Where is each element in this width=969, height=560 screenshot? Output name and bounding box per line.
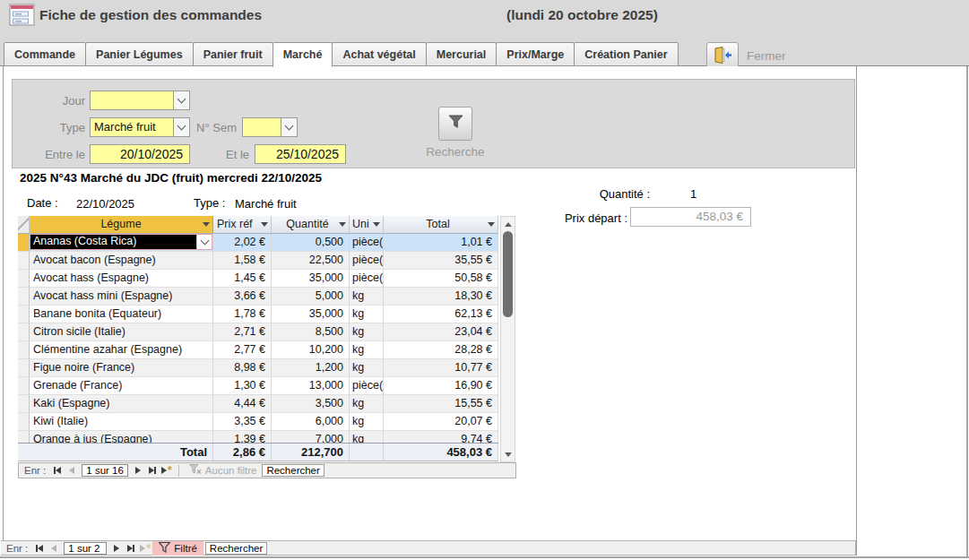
row-selector[interactable]: [18, 234, 30, 252]
legume-cell[interactable]: Kiwi (Italie): [30, 413, 213, 431]
table-row[interactable]: Avocat hass mini (Espagne)3,66 €5,000kg1…: [18, 288, 498, 306]
chevron-down-icon[interactable]: [488, 222, 495, 227]
price-cell[interactable]: 1,58 €: [213, 252, 272, 270]
table-row[interactable]: Avocat bacon (Espagne)1,58 €22,500pièce(…: [18, 252, 498, 270]
column-header-total[interactable]: Total: [384, 216, 498, 234]
jour-combobox[interactable]: [90, 90, 190, 110]
previous-record-button[interactable]: [65, 464, 79, 477]
table-row[interactable]: Avocat hass (Espagne)1,45 €35,000pièce(s…: [18, 270, 498, 288]
row-selector[interactable]: [18, 306, 30, 323]
unit-cell[interactable]: pièce(s): [350, 270, 384, 288]
unit-cell[interactable]: kg: [350, 306, 384, 323]
price-cell[interactable]: 4,44 €: [213, 395, 272, 413]
total-cell[interactable]: 20,07 €: [384, 413, 498, 431]
unit-cell[interactable]: pièce(s): [350, 252, 384, 270]
row-selector[interactable]: [18, 288, 30, 306]
price-cell[interactable]: 8,98 €: [213, 359, 272, 377]
total-cell[interactable]: 23,04 €: [384, 323, 498, 341]
mainform-search-input[interactable]: Rechercher: [205, 542, 267, 555]
tab-panier-legumes[interactable]: Panier Légumes: [85, 42, 194, 66]
row-selector[interactable]: [18, 431, 30, 443]
tab-prix-marge[interactable]: Prix/Marge: [496, 42, 575, 66]
total-cell[interactable]: 15,55 €: [384, 395, 498, 413]
table-row[interactable]: Citron sicile (Italie)2,71 €8,500kg23,04…: [18, 323, 498, 341]
legume-cell[interactable]: Grenade (France): [30, 377, 213, 395]
tab-achat-vegetal[interactable]: Achat végétal: [332, 42, 426, 66]
quantity-cell[interactable]: 35,000: [272, 270, 350, 288]
first-record-button[interactable]: [50, 464, 65, 477]
price-cell[interactable]: 2,02 €: [213, 234, 272, 252]
quantity-cell[interactable]: 7,000: [272, 431, 350, 443]
start-price-field[interactable]: 458,03 €: [630, 207, 751, 227]
row-selector[interactable]: [18, 270, 30, 288]
unit-cell[interactable]: kg: [350, 341, 384, 359]
table-row[interactable]: Figue noire (France)8,98 €1,200kg10,77 €: [18, 359, 498, 377]
legume-cell[interactable]: Avocat bacon (Espagne): [30, 252, 213, 270]
type-combobox[interactable]: Marché fruit: [90, 117, 190, 137]
legume-cell[interactable]: Avocat hass (Espagne): [30, 270, 213, 288]
price-cell[interactable]: 1,45 €: [213, 270, 272, 288]
total-cell[interactable]: 10,77 €: [384, 359, 498, 377]
row-selector[interactable]: [18, 395, 30, 413]
chevron-down-icon[interactable]: [203, 222, 210, 227]
chevron-down-icon[interactable]: [373, 222, 380, 227]
chevron-down-icon[interactable]: [173, 91, 189, 109]
price-cell[interactable]: 3,35 €: [213, 413, 272, 431]
chevron-down-icon[interactable]: [173, 118, 189, 136]
row-selector[interactable]: [18, 341, 30, 359]
select-all-corner[interactable]: [18, 216, 30, 234]
table-row[interactable]: Ananas (Costa Rica)2,02 €0,500pièce(s)1,…: [18, 234, 498, 252]
next-record-button[interactable]: [109, 542, 124, 555]
num-sem-combobox[interactable]: [242, 117, 298, 137]
table-row[interactable]: Banane bonita (Equateur)1,78 €35,000kg62…: [18, 306, 498, 323]
unit-cell[interactable]: kg: [350, 323, 384, 341]
legume-cell[interactable]: Citron sicile (Italie): [30, 323, 213, 341]
total-cell[interactable]: 28,28 €: [384, 341, 498, 359]
subform-search-input[interactable]: Rechercher: [262, 464, 324, 477]
column-header-quantite[interactable]: Quantité: [272, 216, 350, 234]
price-cell[interactable]: 1,78 €: [213, 306, 272, 323]
column-header-uni[interactable]: Uni: [350, 216, 384, 234]
date-to-field[interactable]: 25/10/2025: [255, 144, 346, 164]
total-cell[interactable]: 50,58 €: [384, 270, 498, 288]
legume-cell[interactable]: Avocat hass mini (Espagne): [30, 288, 213, 306]
quantity-cell[interactable]: 8,500: [272, 323, 350, 341]
chevron-down-icon[interactable]: [196, 235, 212, 249]
unit-cell[interactable]: kg: [350, 288, 384, 306]
table-row[interactable]: Kiwi (Italie)3,35 €6,000kg20,07 €: [18, 413, 498, 431]
quantity-cell[interactable]: 35,000: [272, 306, 350, 323]
chevron-down-icon[interactable]: [261, 222, 268, 227]
price-cell[interactable]: 2,77 €: [213, 341, 272, 359]
row-selector[interactable]: [18, 252, 30, 270]
total-cell[interactable]: 18,30 €: [384, 288, 498, 306]
quantity-cell[interactable]: 0,500: [272, 234, 350, 252]
no-filter-toggle[interactable]: Aucun filtre: [184, 464, 263, 477]
new-record-button[interactable]: *: [160, 464, 174, 477]
date-from-field[interactable]: 20/10/2025: [90, 144, 190, 164]
tab-mercurial[interactable]: Mercurial: [426, 42, 497, 66]
total-cell[interactable]: 62,13 €: [384, 306, 498, 323]
legume-cell[interactable]: Kaki (Espagne): [30, 395, 213, 413]
tab-commande[interactable]: Commande: [4, 42, 86, 66]
first-record-button[interactable]: [32, 542, 47, 555]
row-selector[interactable]: [18, 359, 30, 377]
scroll-up-arrow-icon[interactable]: [501, 218, 515, 230]
legume-cell[interactable]: Orange à jus (Espagne): [30, 431, 213, 443]
column-header-legume[interactable]: Légume: [30, 216, 213, 234]
unit-cell[interactable]: kg: [350, 395, 384, 413]
record-position-box[interactable]: 1 sur 16: [82, 464, 128, 477]
quantity-cell[interactable]: 3,500: [272, 395, 350, 413]
grid-vertical-scrollbar[interactable]: [500, 216, 515, 462]
scroll-down-arrow-icon[interactable]: [501, 448, 515, 461]
filtered-toggle[interactable]: Filtré: [152, 541, 203, 556]
price-cell[interactable]: 3,66 €: [213, 288, 272, 306]
total-cell[interactable]: 35,55 €: [384, 252, 498, 270]
chevron-down-icon[interactable]: [339, 222, 346, 227]
record-position-box[interactable]: 1 sur 2: [64, 542, 107, 555]
last-record-button[interactable]: [145, 464, 160, 477]
tab-panier-fruit[interactable]: Panier fruit: [193, 42, 273, 66]
total-cell[interactable]: 1,01 €: [384, 234, 498, 252]
unit-cell[interactable]: kg: [350, 413, 384, 431]
last-record-button[interactable]: [124, 542, 138, 555]
next-record-button[interactable]: [131, 464, 145, 477]
